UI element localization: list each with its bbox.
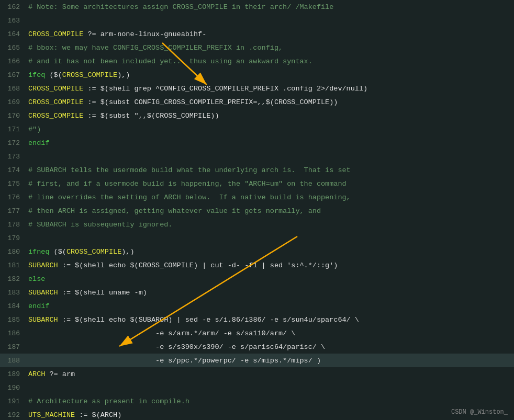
table-row: 179 — [0, 231, 514, 245]
line-number: 173 — [0, 153, 26, 161]
line-number: 188 — [0, 357, 26, 365]
line-number: 190 — [0, 384, 26, 392]
table-row: 170CROSS_COMPILE := $(subst ",,$(CROSS_C… — [0, 109, 514, 122]
line-number: 168 — [0, 85, 26, 93]
line-content: CROSS_COMPILE ?= arm-none-linux-gnueabih… — [26, 30, 206, 38]
line-number: 192 — [0, 411, 26, 419]
line-content: endif — [26, 139, 50, 147]
line-content: endif — [26, 302, 50, 310]
line-content: # Note: Some architectures assign CROSS_… — [26, 3, 333, 11]
line-number: 174 — [0, 166, 26, 174]
line-number: 177 — [0, 207, 26, 215]
line-number: 176 — [0, 194, 26, 201]
table-row: 173 — [0, 150, 514, 163]
line-content: # and it has not been included yet... th… — [26, 58, 312, 65]
table-row: 182else — [0, 272, 514, 286]
line-number: 175 — [0, 180, 26, 188]
line-content: # Architecture as present in compile.h — [26, 398, 189, 405]
line-number: 179 — [0, 234, 26, 242]
line-content — [26, 17, 32, 25]
line-content: # SUBARCH is subsequently ignored. — [26, 221, 172, 229]
line-content: CROSS_COMPILE := $(subst ",,$(CROSS_COMP… — [26, 112, 219, 120]
table-row: 168CROSS_COMPILE := $(shell grep ^CONFIG… — [0, 82, 514, 95]
line-number: 186 — [0, 330, 26, 337]
line-number: 181 — [0, 262, 26, 269]
line-content — [26, 384, 32, 392]
line-content: CROSS_COMPILE := $(subst CONFIG_CROSS_CO… — [26, 98, 338, 106]
line-number: 182 — [0, 275, 26, 283]
table-row: 165# bbox: we may have CONFIG_CROSS_COMP… — [0, 41, 514, 54]
line-number: 189 — [0, 370, 26, 378]
line-number: 162 — [0, 3, 26, 11]
line-number: 178 — [0, 221, 26, 229]
table-row: 164CROSS_COMPILE ?= arm-none-linux-gnuea… — [0, 27, 514, 41]
line-content: else — [26, 275, 45, 283]
table-row: 183SUBARCH := $(shell uname -m) — [0, 286, 514, 299]
line-content — [26, 153, 32, 161]
table-row: 172endif — [0, 136, 514, 150]
line-number: 172 — [0, 139, 26, 147]
code-editor: 162# Note: Some architectures assign CRO… — [0, 0, 514, 420]
table-row: 192UTS_MACHINE := $(ARCH) — [0, 408, 514, 420]
line-content: CROSS_COMPILE := $(shell grep ^CONFIG_CR… — [26, 85, 367, 93]
line-content: -e s/arm.*/arm/ -e s/sa110/arm/ \ — [26, 330, 295, 337]
line-content: #") — [26, 126, 41, 133]
line-number: 183 — [0, 289, 26, 297]
table-row: 171#") — [0, 122, 514, 136]
line-number: 191 — [0, 398, 26, 405]
line-number: 170 — [0, 112, 26, 120]
table-row: 169CROSS_COMPILE := $(subst CONFIG_CROSS… — [0, 95, 514, 109]
table-row: 176# line overrides the setting of ARCH … — [0, 190, 514, 204]
line-number: 184 — [0, 302, 26, 310]
table-row: 189ARCH ?= arm — [0, 367, 514, 381]
line-number: 167 — [0, 71, 26, 79]
watermark: CSDN @_Winston_ — [451, 408, 508, 416]
table-row: 191# Architecture as present in compile.… — [0, 394, 514, 408]
table-row: 186 -e s/arm.*/arm/ -e s/sa110/arm/ \ — [0, 326, 514, 340]
table-row: 175# first, and if a usermode build is h… — [0, 177, 514, 190]
table-row: 167ifeq ($(CROSS_COMPILE),) — [0, 68, 514, 82]
table-row: 181SUBARCH := $(shell echo $(CROSS_COMPI… — [0, 258, 514, 272]
line-content: # bbox: we may have CONFIG_CROSS_COMPILE… — [26, 44, 283, 52]
line-content: -e s/ppc.*/powerpc/ -e s/mips.*/mips/ ) — [26, 357, 321, 365]
table-row: 177# then ARCH is assigned, getting what… — [0, 204, 514, 218]
table-row: 188 -e s/ppc.*/powerpc/ -e s/mips.*/mips… — [0, 354, 514, 367]
line-number: 185 — [0, 316, 26, 324]
line-content: ifneq ($(CROSS_COMPILE),) — [26, 248, 135, 256]
line-content: ifeq ($(CROSS_COMPILE),) — [26, 71, 130, 79]
table-row: 174# SUBARCH tells the usermode build wh… — [0, 163, 514, 177]
line-number: 187 — [0, 343, 26, 351]
table-row: 187 -e s/s390x/s390/ -e s/parisc64/paris… — [0, 340, 514, 354]
table-row: 190 — [0, 381, 514, 394]
line-number: 166 — [0, 58, 26, 65]
line-content: ARCH ?= arm — [26, 370, 75, 378]
line-content: SUBARCH := $(shell echo $(SUBARCH) | sed… — [26, 316, 359, 324]
table-row: 162# Note: Some architectures assign CRO… — [0, 0, 514, 14]
code-lines: 162# Note: Some architectures assign CRO… — [0, 0, 514, 420]
line-number: 163 — [0, 17, 26, 25]
line-content: -e s/s390x/s390/ -e s/parisc64/parisc/ \ — [26, 343, 325, 351]
line-number: 171 — [0, 126, 26, 133]
table-row: 166# and it has not been included yet...… — [0, 54, 514, 68]
table-row: 178# SUBARCH is subsequently ignored. — [0, 218, 514, 231]
line-content: SUBARCH := $(shell echo $(CROSS_COMPILE)… — [26, 262, 338, 269]
line-content — [26, 234, 32, 242]
table-row: 180ifneq ($(CROSS_COMPILE),) — [0, 245, 514, 258]
line-content: UTS_MACHINE := $(ARCH) — [26, 411, 121, 419]
line-number: 164 — [0, 30, 26, 38]
table-row: 163 — [0, 14, 514, 27]
line-number: 169 — [0, 98, 26, 106]
line-content: SUBARCH := $(shell uname -m) — [26, 289, 147, 297]
table-row: 185SUBARCH := $(shell echo $(SUBARCH) | … — [0, 313, 514, 326]
line-content: # first, and if a usermode build is happ… — [26, 180, 347, 188]
line-number: 165 — [0, 44, 26, 52]
line-content: # SUBARCH tells the usermode build what … — [26, 166, 351, 174]
table-row: 184endif — [0, 299, 514, 313]
line-content: # then ARCH is assigned, getting whateve… — [26, 207, 321, 215]
line-number: 180 — [0, 248, 26, 256]
line-content: # line overrides the setting of ARCH bel… — [26, 194, 351, 201]
